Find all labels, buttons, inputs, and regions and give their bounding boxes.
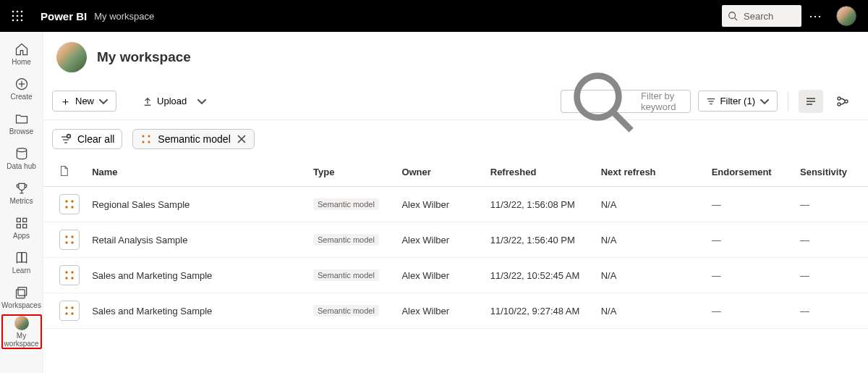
col-name[interactable]: Name bbox=[86, 158, 307, 187]
svg-point-45 bbox=[65, 206, 67, 208]
filter-icon bbox=[706, 96, 716, 106]
svg-point-42 bbox=[148, 141, 150, 143]
chevron-down-icon bbox=[98, 96, 109, 106]
cell-next-refresh: N/A bbox=[595, 187, 706, 222]
svg-point-57 bbox=[65, 312, 67, 314]
main-content: My workspace ＋ New Upload Filter by keyw… bbox=[43, 32, 868, 373]
svg-point-1 bbox=[17, 11, 19, 13]
cell-name[interactable]: Retail Analysis Sample bbox=[86, 222, 307, 258]
svg-point-3 bbox=[12, 15, 14, 17]
cell-next-refresh: N/A bbox=[595, 258, 706, 293]
rail-item-datahub[interactable]: Data hub bbox=[1, 141, 42, 175]
cell-sensitivity: — bbox=[794, 187, 868, 222]
cell-name[interactable]: Sales and Marketing Sample bbox=[86, 258, 307, 293]
brand-label[interactable]: Power BI bbox=[41, 10, 87, 22]
cell-refreshed: 11/3/22, 1:56:08 PM bbox=[485, 187, 595, 222]
overflow-menu-icon[interactable]: ⋯ bbox=[801, 8, 830, 24]
cell-refreshed: 11/3/22, 10:52:45 AM bbox=[485, 258, 595, 293]
col-refreshed[interactable]: Refreshed bbox=[485, 158, 595, 187]
rail-item-workspaces[interactable]: Workspaces bbox=[1, 280, 42, 314]
cell-type: Semantic model bbox=[307, 258, 396, 293]
clear-filter-icon bbox=[60, 133, 72, 145]
svg-point-46 bbox=[71, 206, 73, 208]
cell-endorsement: — bbox=[706, 222, 794, 258]
toolbar: ＋ New Upload Filter by keyword Filter (1… bbox=[43, 83, 868, 120]
cell-owner: Alex Wilber bbox=[396, 187, 484, 222]
filter-chip-semantic-model[interactable]: Semantic model bbox=[132, 129, 254, 149]
table-row[interactable]: Sales and Marketing Sample Semantic mode… bbox=[43, 293, 868, 329]
rail-item-apps[interactable]: Apps bbox=[1, 210, 42, 245]
svg-point-33 bbox=[838, 103, 841, 106]
table-row[interactable]: Retail Analysis Sample Semantic model Al… bbox=[43, 222, 868, 258]
workspace-avatar-icon bbox=[14, 316, 29, 330]
rail-item-learn[interactable]: Learn bbox=[1, 245, 42, 280]
semantic-model-icon bbox=[140, 133, 152, 145]
nav-rail: Home Create Browse Data hub Metrics Apps… bbox=[0, 32, 43, 373]
svg-point-58 bbox=[71, 312, 73, 314]
svg-point-54 bbox=[71, 277, 73, 279]
file-icon bbox=[59, 165, 69, 177]
rail-item-my-workspace[interactable]: My workspace bbox=[1, 314, 42, 349]
col-next-refresh[interactable]: Next refresh bbox=[595, 158, 706, 187]
col-endorsement[interactable]: Endorsement bbox=[706, 158, 794, 187]
table-row[interactable]: Sales and Marketing Sample Semantic mode… bbox=[43, 258, 868, 293]
cell-next-refresh: N/A bbox=[595, 222, 706, 258]
breadcrumb[interactable]: My workspace bbox=[94, 11, 154, 22]
cell-sensitivity: — bbox=[794, 222, 868, 258]
plus-icon: ＋ bbox=[60, 96, 71, 106]
chevron-down-icon bbox=[760, 96, 770, 106]
svg-point-34 bbox=[845, 100, 848, 103]
cell-name[interactable]: Sales and Marketing Sample bbox=[86, 293, 307, 329]
svg-line-10 bbox=[735, 18, 738, 21]
rail-item-home[interactable]: Home bbox=[1, 36, 42, 71]
top-bar: Power BI My workspace Search ⋯ bbox=[0, 0, 868, 32]
database-icon bbox=[14, 146, 29, 161]
cell-sensitivity: — bbox=[794, 258, 868, 293]
cell-type: Semantic model bbox=[307, 187, 396, 222]
filter-keyword-input[interactable]: Filter by keyword bbox=[561, 90, 691, 113]
cell-owner: Alex Wilber bbox=[396, 222, 484, 258]
cell-name[interactable]: Regional Sales Sample bbox=[86, 187, 307, 222]
col-owner[interactable]: Owner bbox=[396, 158, 484, 187]
app-launcher-icon[interactable] bbox=[6, 4, 29, 28]
view-lineage-button[interactable] bbox=[830, 90, 855, 113]
clear-all-button[interactable]: Clear all bbox=[52, 129, 122, 149]
upload-button[interactable]: Upload bbox=[135, 91, 214, 111]
col-type[interactable]: Type bbox=[307, 158, 396, 187]
svg-point-49 bbox=[65, 241, 67, 243]
lineage-view-icon bbox=[836, 95, 849, 108]
new-button[interactable]: ＋ New bbox=[52, 91, 116, 112]
view-list-button[interactable] bbox=[799, 90, 823, 113]
divider bbox=[788, 91, 788, 112]
rail-item-metrics[interactable]: Metrics bbox=[1, 175, 42, 210]
svg-rect-17 bbox=[17, 218, 20, 222]
svg-rect-22 bbox=[16, 289, 25, 298]
page-title: My workspace bbox=[97, 49, 191, 65]
svg-point-40 bbox=[148, 135, 150, 137]
col-sensitivity[interactable]: Sensitivity bbox=[794, 158, 868, 187]
cell-endorsement: — bbox=[706, 293, 794, 329]
items-grid: Name Type Owner Refreshed Next refresh E… bbox=[43, 158, 868, 373]
table-row[interactable]: Regional Sales Sample Semantic model Ale… bbox=[43, 187, 868, 222]
workspace-header: My workspace bbox=[43, 32, 868, 83]
global-search[interactable]: Search bbox=[722, 5, 801, 27]
rail-item-create[interactable]: Create bbox=[1, 71, 42, 106]
close-icon[interactable] bbox=[237, 134, 247, 144]
rail-item-browse[interactable]: Browse bbox=[1, 106, 42, 141]
svg-point-43 bbox=[65, 200, 67, 202]
home-icon bbox=[14, 42, 29, 56]
svg-point-6 bbox=[12, 20, 14, 22]
list-view-icon bbox=[804, 95, 817, 108]
svg-point-47 bbox=[65, 235, 67, 238]
search-placeholder: Search bbox=[744, 11, 773, 22]
semantic-model-icon bbox=[59, 265, 80, 285]
cell-next-refresh: N/A bbox=[595, 293, 706, 329]
svg-point-0 bbox=[12, 11, 14, 13]
svg-point-39 bbox=[142, 135, 145, 137]
user-avatar[interactable] bbox=[836, 6, 856, 26]
filter-button[interactable]: Filter (1) bbox=[698, 91, 778, 112]
svg-point-50 bbox=[71, 241, 73, 243]
cell-endorsement: — bbox=[706, 187, 794, 222]
svg-rect-19 bbox=[17, 224, 20, 227]
svg-point-4 bbox=[17, 15, 19, 17]
